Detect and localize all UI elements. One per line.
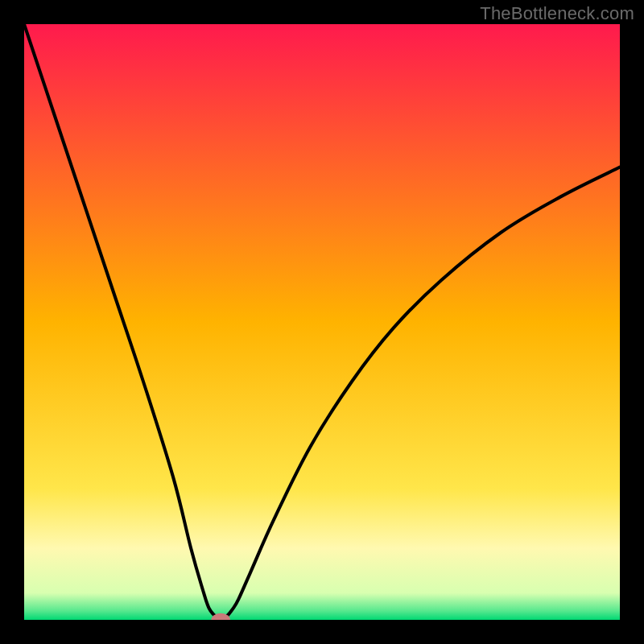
chart-frame: TheBottleneck.com	[0, 0, 644, 644]
plot-area	[24, 24, 620, 620]
watermark-text: TheBottleneck.com	[480, 3, 634, 24]
plot-svg	[24, 24, 620, 620]
gradient-background	[24, 24, 620, 620]
